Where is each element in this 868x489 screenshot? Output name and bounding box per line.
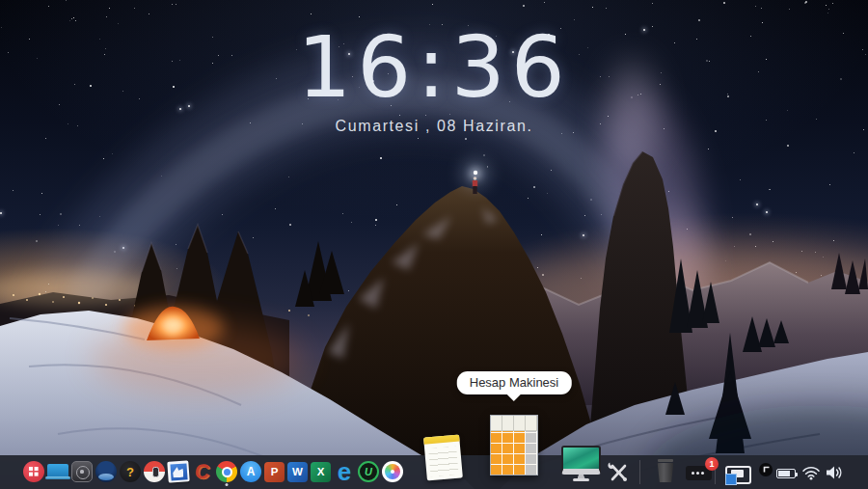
edge-glyph: e (338, 461, 351, 482)
dock-ccleaner-icon[interactable]: C (192, 461, 213, 482)
powerpoint-glyph: P (271, 466, 279, 477)
ccleaner-glyph: C (194, 460, 211, 483)
excel-glyph: X (317, 466, 325, 477)
more-apps-icon[interactable]: 1 (686, 466, 712, 480)
calculator-icon-grid (491, 431, 537, 475)
dock-powerpoint-icon[interactable]: P (264, 462, 285, 482)
dock-tooltip: Hesap Makinesi (457, 371, 572, 394)
crossed-tools-icon[interactable] (606, 460, 630, 484)
trash-icon[interactable] (655, 461, 676, 485)
clock-date: Cumartesi , 08 Haziran. (0, 118, 868, 135)
trash-lid (658, 459, 673, 462)
help-glyph: ? (126, 465, 134, 479)
running-indicator (226, 483, 229, 486)
dock-edge-icon[interactable]: e (334, 461, 355, 482)
wifi-icon[interactable] (801, 465, 821, 480)
dock-separator (639, 460, 640, 484)
dock-help-icon[interactable]: ? (120, 461, 141, 482)
dock-stamp-icon[interactable] (167, 460, 189, 482)
taskbar-app-icon[interactable] (725, 466, 751, 484)
dock-excel-icon[interactable]: X (311, 462, 331, 482)
notification-badge: 1 (705, 457, 719, 471)
lock-clock: 16:36 Cumartesi , 08 Haziran. (0, 19, 868, 135)
imac-base (573, 478, 589, 481)
dock-photos-icon[interactable] (382, 461, 403, 482)
trash-body (657, 463, 674, 482)
dock-appstore-icon[interactable]: A (240, 461, 261, 482)
calculator-icon-header (491, 416, 537, 431)
dock-globe-icon[interactable] (95, 461, 117, 482)
word-glyph: W (292, 466, 303, 477)
imac-monitor-icon[interactable] (561, 446, 601, 481)
dock-recorder-icon[interactable] (144, 461, 165, 482)
battery-icon[interactable] (776, 469, 796, 478)
appstore-glyph: A (247, 465, 256, 478)
iobit-glyph: U (365, 466, 372, 477)
dock-settings-icon[interactable] (71, 461, 93, 482)
calculator-icon[interactable] (490, 415, 538, 475)
bent-arrow-icon[interactable] (759, 463, 773, 476)
imac-stand (578, 475, 585, 478)
imac-screen (561, 446, 601, 475)
dock-iobit-icon[interactable]: U (358, 461, 379, 482)
desktop: 16:36 Cumartesi , 08 Haziran. Hesap Maki… (0, 0, 868, 489)
dock-laptop-icon[interactable] (47, 461, 68, 482)
notes-icon[interactable] (423, 434, 463, 480)
speaker-icon[interactable] (825, 465, 844, 480)
dock-chrome-icon[interactable] (216, 461, 237, 482)
dock-start-icon[interactable] (23, 461, 44, 482)
clock-time: 16:36 (0, 19, 868, 116)
tooltip-label: Hesap Makinesi (470, 375, 559, 390)
ellipsis-icon (692, 472, 694, 475)
dock-apps: ?CAPWXeU (23, 460, 403, 483)
dock-word-icon[interactable]: W (287, 462, 308, 482)
